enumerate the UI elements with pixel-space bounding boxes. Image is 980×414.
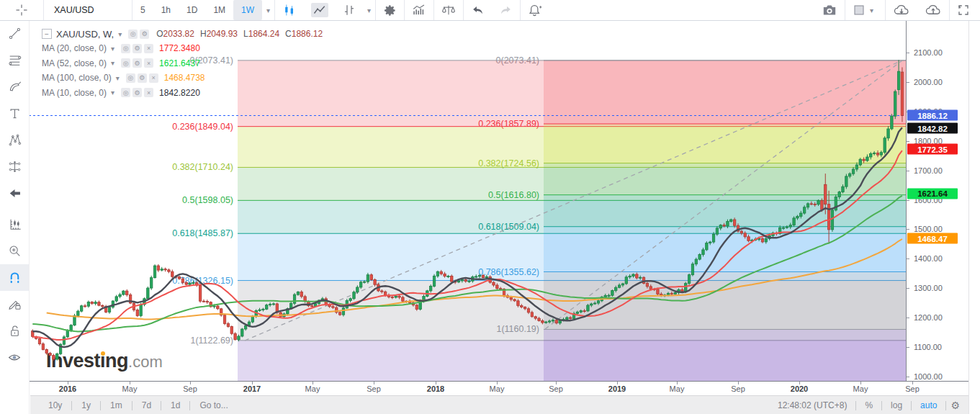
- time-tick-label[interactable]: 2017: [243, 384, 261, 393]
- legend-dropdown-caret[interactable]: ▾: [114, 30, 126, 38]
- candle-body: [464, 280, 467, 282]
- alert-button[interactable]: [521, 0, 549, 20]
- clock-display[interactable]: 12:48:02 (UTC+8): [769, 400, 855, 410]
- time-tick-label[interactable]: Sep: [367, 384, 381, 393]
- ma-close-button[interactable]: ×: [149, 73, 158, 83]
- log-scale-button[interactable]: log: [882, 400, 911, 410]
- time-tick-label[interactable]: 2018: [427, 384, 444, 393]
- time-tick-label[interactable]: May: [670, 384, 685, 393]
- fullscreen-button[interactable]: [950, 0, 980, 20]
- percent-scale-button[interactable]: %: [856, 400, 881, 410]
- legend-visibility-button[interactable]: ◎: [128, 30, 138, 39]
- snapshot-button[interactable]: [814, 0, 845, 20]
- ma-dropdown-caret[interactable]: ▾: [112, 74, 124, 82]
- auto-scale-button[interactable]: auto: [912, 400, 945, 410]
- time-tick-label[interactable]: May: [305, 384, 320, 393]
- ma-close-button[interactable]: ×: [144, 58, 153, 68]
- zoom-in-tool[interactable]: [0, 238, 29, 264]
- ma-dropdown-caret[interactable]: ▾: [107, 59, 119, 67]
- range-button-10y[interactable]: 10y: [39, 400, 71, 410]
- projection-tool[interactable]: [0, 153, 29, 180]
- trend-line-tool[interactable]: [0, 20, 29, 47]
- price-tick-dash: [907, 82, 909, 83]
- line-type-button[interactable]: [304, 0, 336, 20]
- time-tick-label[interactable]: May: [122, 384, 138, 393]
- ma-close-button[interactable]: ×: [144, 88, 153, 97]
- time-tick-label[interactable]: Sep: [731, 384, 745, 393]
- ma-label[interactable]: MA (100, close, 0): [42, 73, 112, 83]
- chart-plot-area[interactable]: Investing.com 0(2073.41)0.236(1849.04)0.…: [29, 20, 907, 381]
- ma-label[interactable]: MA (10, close, 0): [42, 88, 107, 98]
- time-tick-label[interactable]: May: [490, 384, 505, 393]
- range-button-1y[interactable]: 1y: [72, 400, 100, 410]
- layout-button[interactable]: ▾: [845, 0, 885, 20]
- compare-button[interactable]: [434, 0, 463, 20]
- ma-visibility-button[interactable]: ◎: [121, 58, 130, 68]
- time-tick-label[interactable]: May: [853, 384, 868, 393]
- candle-body: [517, 301, 519, 306]
- style-dropdown-caret[interactable]: ▾: [363, 0, 375, 20]
- redo-button[interactable]: [492, 0, 520, 20]
- time-axis[interactable]: 2016MaySep2017MaySep2018MaySep2019MaySep…: [29, 381, 968, 396]
- ma-settings-button[interactable]: ⚙: [132, 58, 142, 68]
- indicators-button[interactable]: [405, 0, 433, 20]
- ma-visibility-button[interactable]: ◎: [121, 88, 130, 97]
- undo-button[interactable]: [464, 0, 492, 20]
- interval-button-1W[interactable]: 1W: [233, 0, 262, 20]
- ma-close-button[interactable]: ×: [144, 44, 153, 53]
- ma-value: 1772.3480: [159, 43, 200, 53]
- hide-panel-arrow[interactable]: [0, 180, 29, 207]
- legend-symbol-label[interactable]: XAU/USD, W,: [56, 29, 114, 40]
- ohlc-key: O: [156, 29, 163, 39]
- ma-dropdown-caret[interactable]: ▾: [107, 45, 119, 53]
- interval-dropdown-caret[interactable]: ▾: [262, 0, 274, 20]
- time-tick-label[interactable]: 2016: [59, 384, 76, 393]
- ma-dropdown-caret[interactable]: ▾: [107, 89, 119, 96]
- chart-settings-button[interactable]: [376, 0, 404, 20]
- ma-visibility-button[interactable]: ◎: [121, 44, 130, 53]
- load-layout-button[interactable]: [886, 0, 917, 20]
- time-tick-label[interactable]: Sep: [183, 384, 197, 393]
- ma-settings-button[interactable]: ⚙: [138, 73, 147, 83]
- range-button-1m[interactable]: 1m: [101, 400, 132, 410]
- time-tick-label[interactable]: Sep: [905, 384, 920, 393]
- range-button-1d[interactable]: 1d: [161, 400, 189, 410]
- candle-body: [611, 291, 613, 296]
- price-axis[interactable]: 2100.002000.001900.001800.001700.001600.…: [907, 20, 968, 381]
- magnet-tool[interactable]: [0, 264, 29, 291]
- brush-tool[interactable]: [0, 73, 29, 100]
- crosshair-tool-button[interactable]: [0, 0, 44, 20]
- symbol-search-field[interactable]: XAU/USD: [44, 0, 132, 20]
- interval-button-1M[interactable]: 1M: [205, 0, 233, 20]
- range-button-7d[interactable]: 7d: [132, 400, 161, 410]
- time-tick-label[interactable]: 2020: [791, 384, 808, 393]
- legend-collapse-button[interactable]: −: [42, 29, 52, 39]
- price-tick-label: 1500.00: [914, 225, 943, 233]
- bottom-settings-gear[interactable]: ⚙: [946, 400, 968, 411]
- ma-label[interactable]: MA (20, close, 0): [42, 43, 107, 53]
- save-layout-button[interactable]: [917, 0, 949, 20]
- candle-body: [262, 309, 264, 310]
- ma-visibility-button[interactable]: ◎: [126, 73, 135, 83]
- lock-drawings-tool[interactable]: [0, 291, 29, 318]
- ma-settings-button[interactable]: ⚙: [132, 88, 142, 97]
- bar-style-button[interactable]: [336, 0, 363, 20]
- time-tick-label[interactable]: 2019: [608, 384, 626, 393]
- legend-settings-button[interactable]: ⚙: [140, 30, 149, 39]
- range-button-Goto[interactable]: Go to...: [190, 400, 237, 410]
- interval-button-1D[interactable]: 1D: [179, 0, 205, 20]
- xabcd-pattern-tool[interactable]: [0, 127, 29, 153]
- ma-label[interactable]: MA (52, close, 0): [42, 58, 107, 68]
- ma-settings-button[interactable]: ⚙: [132, 44, 142, 53]
- hide-drawings-tool[interactable]: [0, 344, 29, 371]
- candlestick-type-button[interactable]: [275, 0, 304, 20]
- time-tick-label[interactable]: Sep: [549, 384, 563, 393]
- unlock-tool[interactable]: [0, 318, 29, 344]
- price-tick-dash: [907, 318, 909, 318]
- text-tool[interactable]: [0, 100, 29, 127]
- interval-button-1h[interactable]: 1h: [153, 0, 179, 20]
- fib-retracement-tool[interactable]: [0, 47, 29, 73]
- interval-button-5[interactable]: 5: [132, 0, 153, 20]
- measure-tool[interactable]: [0, 211, 29, 238]
- candle-body: [45, 350, 48, 354]
